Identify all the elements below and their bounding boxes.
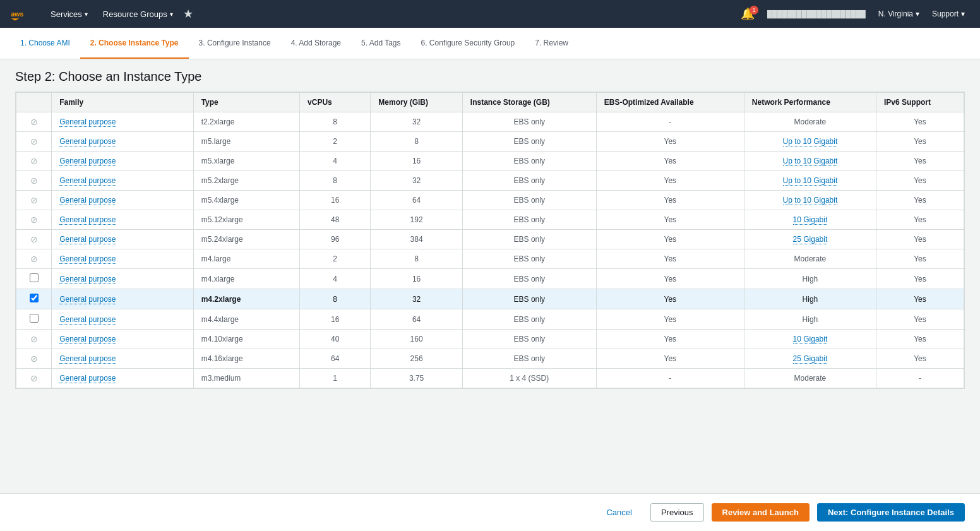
row-select-cell[interactable]: ⊘ xyxy=(16,369,52,388)
tab-configure-instance[interactable]: 3. Configure Instance xyxy=(189,28,281,59)
row-network[interactable]: Up to 10 Gigabit xyxy=(744,152,876,171)
row-type: m4.16xlarge xyxy=(193,349,299,369)
table-row[interactable]: ⊘General purposem4.large28EBS onlyYesMod… xyxy=(16,249,964,269)
row-checkbox[interactable] xyxy=(30,273,39,282)
row-family[interactable]: General purpose xyxy=(52,230,194,249)
row-select-cell[interactable]: ⊘ xyxy=(16,330,52,349)
row-family[interactable]: General purpose xyxy=(52,289,194,309)
row-select-cell[interactable] xyxy=(16,309,52,330)
region-selector[interactable]: N. Virginia ▾ xyxy=(873,9,924,18)
row-select-cell[interactable]: ⊘ xyxy=(16,249,52,269)
row-family[interactable]: General purpose xyxy=(52,191,194,210)
row-vcpu: 4 xyxy=(300,269,371,289)
row-network[interactable]: 25 Gigabit xyxy=(744,349,876,369)
row-network[interactable]: Up to 10 Gigabit xyxy=(744,132,876,152)
row-family[interactable]: General purpose xyxy=(52,132,194,152)
row-family[interactable]: General purpose xyxy=(52,112,194,132)
network-performance-link[interactable]: Up to 10 Gigabit xyxy=(783,176,838,186)
tab-choose-ami[interactable]: 1. Choose AMI xyxy=(10,28,80,59)
support-menu[interactable]: Support ▾ xyxy=(927,9,970,18)
family-link[interactable]: General purpose xyxy=(59,176,116,186)
row-network: High xyxy=(744,269,876,289)
family-link[interactable]: General purpose xyxy=(59,354,116,364)
row-family[interactable]: General purpose xyxy=(52,369,194,388)
network-performance-link[interactable]: 10 Gigabit xyxy=(793,335,828,344)
network-performance-link[interactable]: Up to 10 Gigabit xyxy=(783,196,838,205)
table-row[interactable]: ⊘General purposem5.4xlarge1664EBS onlyYe… xyxy=(16,191,964,210)
notifications-bell[interactable]: 🔔 1 xyxy=(736,7,760,21)
bookmarks-icon[interactable]: ★ xyxy=(183,7,193,21)
disabled-icon: ⊘ xyxy=(30,215,38,225)
aws-logo[interactable]: aws xyxy=(10,5,35,23)
family-link[interactable]: General purpose xyxy=(59,374,116,383)
table-row[interactable]: ⊘General purposem5.large28EBS onlyYesUp … xyxy=(16,132,964,152)
row-select-cell[interactable]: ⊘ xyxy=(16,112,52,132)
row-memory: 192 xyxy=(371,210,463,230)
network-performance-link[interactable]: 25 Gigabit xyxy=(793,235,828,244)
row-type: m4.large xyxy=(193,249,299,269)
row-select-cell[interactable]: ⊘ xyxy=(16,230,52,249)
row-family[interactable]: General purpose xyxy=(52,269,194,289)
family-link[interactable]: General purpose xyxy=(59,254,116,264)
user-menu[interactable]: ████████████████████ xyxy=(762,10,871,18)
family-link[interactable]: General purpose xyxy=(59,137,116,146)
tab-choose-instance[interactable]: 2. Choose Instance Type xyxy=(80,28,189,59)
row-select-cell[interactable]: ⊘ xyxy=(16,191,52,210)
row-select-cell[interactable]: ⊘ xyxy=(16,171,52,191)
network-performance-link[interactable]: 10 Gigabit xyxy=(793,215,828,225)
table-row[interactable]: General purposem4.4xlarge1664EBS onlyYes… xyxy=(16,309,964,330)
tab-configure-security[interactable]: 6. Configure Security Group xyxy=(411,28,525,59)
table-row[interactable]: ⊘General purposem5.2xlarge832EBS onlyYes… xyxy=(16,171,964,191)
row-select-cell[interactable]: ⊘ xyxy=(16,349,52,369)
table-row[interactable]: ⊘General purposet2.2xlarge832EBS only-Mo… xyxy=(16,112,964,132)
row-memory: 64 xyxy=(371,191,463,210)
row-select-cell[interactable] xyxy=(16,269,52,289)
row-select-cell[interactable]: ⊘ xyxy=(16,210,52,230)
network-performance-link[interactable]: Up to 10 Gigabit xyxy=(783,157,838,166)
row-storage: EBS only xyxy=(462,210,596,230)
table-row[interactable]: ⊘General purposem5.12xlarge48192EBS only… xyxy=(16,210,964,230)
tab-add-tags[interactable]: 5. Add Tags xyxy=(351,28,411,59)
table-row[interactable]: ⊘General purposem5.xlarge416EBS onlyYesU… xyxy=(16,152,964,171)
row-select-cell[interactable]: ⊘ xyxy=(16,132,52,152)
row-family[interactable]: General purpose xyxy=(52,152,194,171)
family-link[interactable]: General purpose xyxy=(59,157,116,166)
table-row[interactable]: General purposem4.2xlarge832EBS onlyYesH… xyxy=(16,289,964,309)
row-select-cell[interactable]: ⊘ xyxy=(16,152,52,171)
table-row[interactable]: General purposem4.xlarge416EBS onlyYesHi… xyxy=(16,269,964,289)
tab-add-storage[interactable]: 4. Add Storage xyxy=(281,28,351,59)
row-checkbox[interactable] xyxy=(30,314,39,323)
table-row[interactable]: ⊘General purposem4.16xlarge64256EBS only… xyxy=(16,349,964,369)
family-link[interactable]: General purpose xyxy=(59,275,116,284)
table-row[interactable]: ⊘General purposem4.10xlarge40160EBS only… xyxy=(16,330,964,349)
table-row[interactable]: ⊘General purposem3.medium13.751 x 4 (SSD… xyxy=(16,369,964,388)
tab-review[interactable]: 7. Review xyxy=(525,28,578,59)
row-family[interactable]: General purpose xyxy=(52,249,194,269)
row-family[interactable]: General purpose xyxy=(52,210,194,230)
row-ipv6: Yes xyxy=(876,152,964,171)
row-family[interactable]: General purpose xyxy=(52,349,194,369)
row-network[interactable]: 10 Gigabit xyxy=(744,330,876,349)
family-link[interactable]: General purpose xyxy=(59,295,116,304)
family-link[interactable]: General purpose xyxy=(59,196,116,205)
family-link[interactable]: General purpose xyxy=(59,117,116,127)
network-performance-link[interactable]: Up to 10 Gigabit xyxy=(783,137,838,146)
family-link[interactable]: General purpose xyxy=(59,215,116,225)
network-performance-link[interactable]: 25 Gigabit xyxy=(793,354,828,364)
row-network[interactable]: Up to 10 Gigabit xyxy=(744,191,876,210)
family-link[interactable]: General purpose xyxy=(59,315,116,325)
row-network[interactable]: Up to 10 Gigabit xyxy=(744,171,876,191)
family-link[interactable]: General purpose xyxy=(59,235,116,244)
row-family[interactable]: General purpose xyxy=(52,330,194,349)
family-link[interactable]: General purpose xyxy=(59,335,116,344)
resource-groups-menu[interactable]: Resource Groups ▾ xyxy=(95,0,181,28)
row-checkbox[interactable] xyxy=(30,294,39,302)
row-select-cell[interactable] xyxy=(16,289,52,309)
row-network[interactable]: 10 Gigabit xyxy=(744,210,876,230)
table-row[interactable]: ⊘General purposem5.24xlarge96384EBS only… xyxy=(16,230,964,249)
row-family[interactable]: General purpose xyxy=(52,171,194,191)
services-menu[interactable]: Services ▾ xyxy=(43,0,95,28)
row-family[interactable]: General purpose xyxy=(52,309,194,330)
row-network[interactable]: 25 Gigabit xyxy=(744,230,876,249)
page-title: Step 2: Choose an Instance Type xyxy=(15,69,965,84)
